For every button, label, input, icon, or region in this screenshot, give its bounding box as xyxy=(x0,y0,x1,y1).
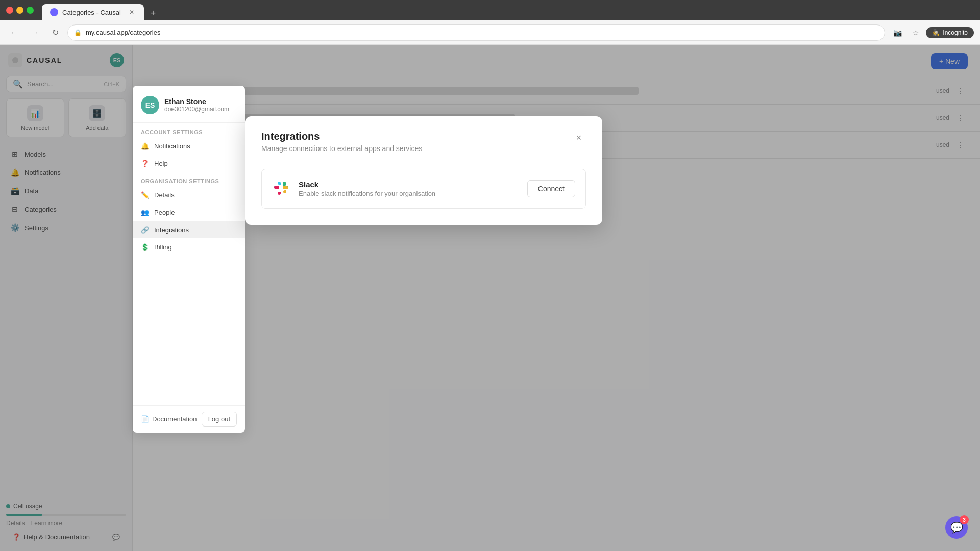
user-email: doe301200@gmail.com xyxy=(164,106,229,113)
org-settings-section-label: ORGANISATION SETTINGS xyxy=(133,172,245,186)
incognito-label: Incognito xyxy=(943,29,968,36)
account-help-item[interactable]: ❓ Help xyxy=(133,155,245,172)
details-icon: ✏️ xyxy=(141,191,149,199)
lock-icon: 🔒 xyxy=(74,29,82,36)
browser-close-btn[interactable] xyxy=(6,7,13,14)
account-notifications-item[interactable]: 🔔 Notifications xyxy=(133,137,245,155)
account-people-item[interactable]: 👥 People xyxy=(133,204,245,221)
billing-icon: 💲 xyxy=(141,243,149,251)
details-label: Details xyxy=(154,191,175,199)
user-name: Ethan Stone xyxy=(164,97,229,106)
integration-description: Enable slack notifications for your orga… xyxy=(299,190,519,197)
new-tab-btn[interactable]: + xyxy=(146,6,160,20)
camera-icon[interactable]: 📷 xyxy=(889,24,905,41)
account-panel-header: ES Ethan Stone doe301200@gmail.com xyxy=(133,86,245,123)
chat-badge: 3 xyxy=(960,515,969,524)
bookmark-icon[interactable]: ☆ xyxy=(908,24,924,41)
modal-header: Integrations Manage connections to exter… xyxy=(245,116,602,161)
integration-info: Slack Enable slack notifications for you… xyxy=(299,180,519,197)
account-panel: ES Ethan Stone doe301200@gmail.com ACCOU… xyxy=(133,86,245,433)
documentation-icon: 📄 xyxy=(141,415,149,423)
user-info: ES Ethan Stone doe301200@gmail.com xyxy=(141,96,237,114)
browser-minimize-btn[interactable] xyxy=(16,7,23,14)
browser-tab[interactable]: Categories - Causal ✕ xyxy=(42,4,144,20)
reload-btn[interactable]: ↻ xyxy=(47,24,63,41)
bell-icon: 🔔 xyxy=(141,142,149,150)
modal-body: Slack Enable slack notifications for you… xyxy=(245,161,602,225)
billing-label: Billing xyxy=(154,243,172,251)
incognito-icon: 🕵️ xyxy=(932,29,940,36)
modal-title-area: Integrations Manage connections to exter… xyxy=(261,131,422,153)
integrations-label: Integrations xyxy=(154,226,189,234)
notifications-label: Notifications xyxy=(154,142,190,150)
account-panel-footer: 📄 Documentation Log out xyxy=(133,405,245,433)
account-details-item[interactable]: ✏️ Details xyxy=(133,186,245,204)
browser-maximize-btn[interactable] xyxy=(27,7,34,14)
slack-integration-card: Slack Enable slack notifications for you… xyxy=(261,169,586,209)
incognito-btn[interactable]: 🕵️ Incognito xyxy=(926,27,974,38)
logout-button[interactable]: Log out xyxy=(202,412,237,427)
documentation-link[interactable]: 📄 Documentation xyxy=(141,415,198,423)
people-icon: 👥 xyxy=(141,208,149,216)
help-icon: ❓ xyxy=(141,159,149,167)
forward-btn[interactable]: → xyxy=(27,24,43,41)
back-btn[interactable]: ← xyxy=(6,24,22,41)
url-bar[interactable]: 🔒 my.causal.app/categories xyxy=(67,24,885,41)
account-integrations-item[interactable]: 🔗 Integrations xyxy=(133,221,245,238)
people-label: People xyxy=(154,209,175,216)
account-avatar: ES xyxy=(141,96,159,114)
tab-favicon xyxy=(50,8,58,16)
integration-name: Slack xyxy=(299,180,519,189)
slack-icon xyxy=(272,180,290,198)
modal-title: Integrations xyxy=(261,131,422,142)
user-details: Ethan Stone doe301200@gmail.com xyxy=(164,97,229,113)
integrations-icon: 🔗 xyxy=(141,226,149,234)
documentation-label: Documentation xyxy=(152,415,197,423)
modal-close-button[interactable]: × xyxy=(572,131,586,145)
connect-button[interactable]: Connect xyxy=(527,180,575,197)
account-billing-item[interactable]: 💲 Billing xyxy=(133,238,245,256)
tab-close-btn[interactable]: ✕ xyxy=(128,8,136,16)
chat-widget[interactable]: 💬 3 xyxy=(945,516,968,539)
modal-subtitle: Manage connections to external apps and … xyxy=(261,144,422,153)
account-settings-section-label: ACCOUNT SETTINGS xyxy=(133,123,245,137)
help-label: Help xyxy=(154,160,168,167)
integrations-modal: Integrations Manage connections to exter… xyxy=(245,116,602,225)
tab-title: Categories - Causal xyxy=(62,9,121,16)
url-text: my.causal.app/categories xyxy=(86,29,160,36)
